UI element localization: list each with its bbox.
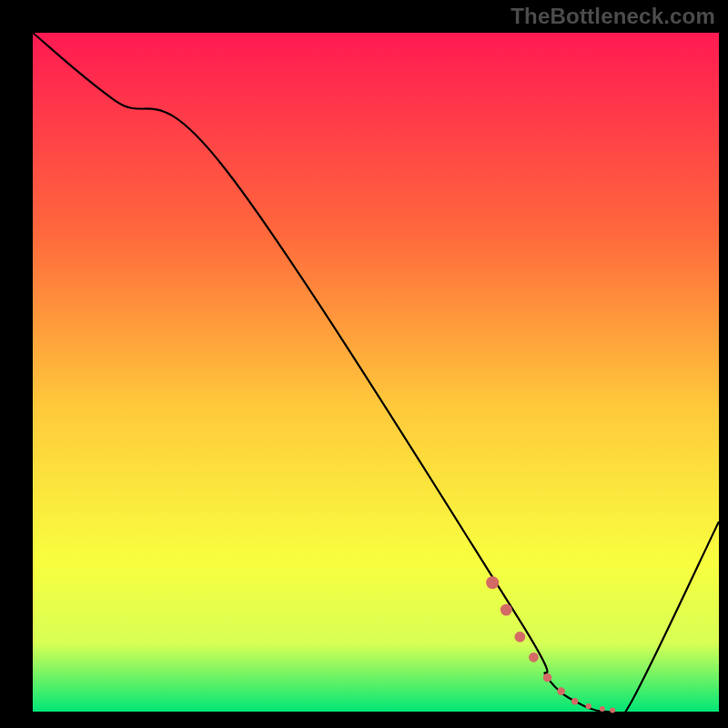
bottleneck-chart [0, 0, 728, 728]
highlight-marker [486, 576, 499, 589]
highlight-marker [557, 687, 565, 695]
chart-frame: TheBottleneck.com [0, 0, 728, 728]
highlight-marker [543, 673, 552, 682]
highlight-marker [600, 706, 605, 712]
highlight-marker [529, 652, 539, 662]
highlight-marker [514, 632, 525, 642]
highlight-marker [500, 604, 512, 616]
highlight-marker [571, 698, 578, 704]
highlight-marker [586, 703, 592, 709]
watermark-text: TheBottleneck.com [511, 4, 715, 29]
highlight-marker [610, 708, 615, 713]
plot-background [33, 33, 719, 712]
